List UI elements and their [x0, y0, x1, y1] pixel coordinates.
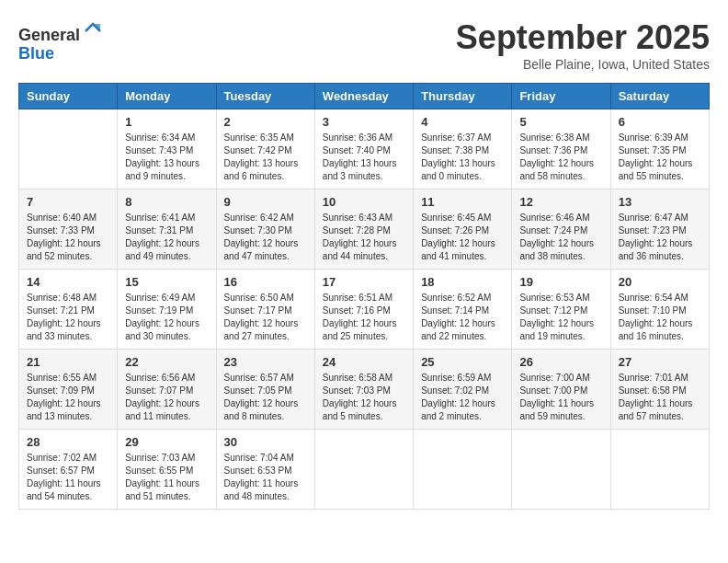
logo-icon [82, 18, 104, 40]
day-number: 28 [27, 435, 109, 449]
day-info: Sunrise: 6:41 AM Sunset: 7:31 PM Dayligh… [125, 212, 208, 263]
day-number: 1 [125, 115, 208, 129]
calendar-week-row: 1Sunrise: 6:34 AM Sunset: 7:43 PM Daylig… [19, 109, 710, 190]
calendar-cell: 21Sunrise: 6:55 AM Sunset: 7:09 PM Dayli… [19, 350, 118, 430]
calendar-cell: 10Sunrise: 6:43 AM Sunset: 7:28 PM Dayli… [314, 190, 413, 270]
day-number: 5 [519, 115, 602, 129]
day-header-monday: Monday [118, 84, 216, 109]
logo-general: General [18, 26, 80, 44]
day-info: Sunrise: 7:04 AM Sunset: 6:53 PM Dayligh… [224, 452, 307, 503]
day-info: Sunrise: 6:45 AM Sunset: 7:26 PM Dayligh… [421, 212, 504, 263]
day-number: 21 [27, 355, 109, 369]
day-number: 27 [619, 355, 701, 369]
day-info: Sunrise: 7:02 AM Sunset: 6:57 PM Dayligh… [27, 452, 109, 503]
day-info: Sunrise: 6:54 AM Sunset: 7:10 PM Dayligh… [619, 292, 701, 343]
month-title: September 2025 [456, 18, 710, 57]
day-info: Sunrise: 6:40 AM Sunset: 7:33 PM Dayligh… [27, 212, 109, 263]
calendar-week-row: 14Sunrise: 6:48 AM Sunset: 7:21 PM Dayli… [19, 270, 710, 350]
day-info: Sunrise: 6:47 AM Sunset: 7:23 PM Dayligh… [619, 212, 701, 263]
day-number: 15 [125, 275, 208, 289]
day-number: 8 [125, 195, 208, 209]
calendar-cell: 20Sunrise: 6:54 AM Sunset: 7:10 PM Dayli… [610, 270, 709, 350]
day-info: Sunrise: 7:01 AM Sunset: 6:58 PM Dayligh… [619, 372, 701, 423]
calendar-cell: 27Sunrise: 7:01 AM Sunset: 6:58 PM Dayli… [610, 350, 709, 430]
day-info: Sunrise: 6:58 AM Sunset: 7:03 PM Dayligh… [323, 372, 405, 423]
day-number: 9 [224, 195, 307, 209]
calendar-header-row: SundayMondayTuesdayWednesdayThursdayFrid… [19, 84, 710, 109]
day-number: 25 [421, 355, 504, 369]
day-info: Sunrise: 7:03 AM Sunset: 6:55 PM Dayligh… [125, 452, 208, 503]
calendar-cell: 22Sunrise: 6:56 AM Sunset: 7:07 PM Dayli… [118, 350, 216, 430]
day-info: Sunrise: 6:51 AM Sunset: 7:16 PM Dayligh… [323, 292, 405, 343]
calendar-cell: 18Sunrise: 6:52 AM Sunset: 7:14 PM Dayli… [414, 270, 512, 350]
day-info: Sunrise: 6:57 AM Sunset: 7:05 PM Dayligh… [224, 372, 307, 423]
calendar-cell [19, 109, 118, 190]
calendar-cell: 11Sunrise: 6:45 AM Sunset: 7:26 PM Dayli… [414, 190, 512, 270]
day-number: 12 [519, 195, 602, 209]
day-number: 11 [421, 195, 504, 209]
day-info: Sunrise: 7:00 AM Sunset: 7:00 PM Dayligh… [519, 372, 602, 423]
day-header-wednesday: Wednesday [314, 84, 413, 109]
calendar-cell: 14Sunrise: 6:48 AM Sunset: 7:21 PM Dayli… [19, 270, 118, 350]
day-info: Sunrise: 6:49 AM Sunset: 7:19 PM Dayligh… [125, 292, 208, 343]
day-header-thursday: Thursday [414, 84, 512, 109]
calendar-cell [414, 430, 512, 510]
day-number: 23 [224, 355, 307, 369]
calendar-cell [314, 430, 413, 510]
calendar-cell: 13Sunrise: 6:47 AM Sunset: 7:23 PM Dayli… [610, 190, 709, 270]
calendar-table: SundayMondayTuesdayWednesdayThursdayFrid… [18, 83, 710, 510]
calendar-cell: 9Sunrise: 6:42 AM Sunset: 7:30 PM Daylig… [216, 190, 314, 270]
day-info: Sunrise: 6:34 AM Sunset: 7:43 PM Dayligh… [125, 132, 208, 183]
day-number: 20 [619, 275, 701, 289]
day-info: Sunrise: 6:35 AM Sunset: 7:42 PM Dayligh… [224, 132, 307, 183]
day-number: 10 [323, 195, 405, 209]
day-number: 13 [619, 195, 701, 209]
calendar-cell: 30Sunrise: 7:04 AM Sunset: 6:53 PM Dayli… [216, 430, 314, 510]
calendar-cell: 6Sunrise: 6:39 AM Sunset: 7:35 PM Daylig… [610, 109, 709, 190]
day-number: 19 [519, 275, 602, 289]
calendar-cell: 23Sunrise: 6:57 AM Sunset: 7:05 PM Dayli… [216, 350, 314, 430]
day-info: Sunrise: 6:39 AM Sunset: 7:35 PM Dayligh… [619, 132, 701, 183]
day-number: 26 [519, 355, 602, 369]
calendar-cell: 1Sunrise: 6:34 AM Sunset: 7:43 PM Daylig… [118, 109, 216, 190]
day-info: Sunrise: 6:52 AM Sunset: 7:14 PM Dayligh… [421, 292, 504, 343]
calendar-cell: 25Sunrise: 6:59 AM Sunset: 7:02 PM Dayli… [414, 350, 512, 430]
day-number: 2 [224, 115, 307, 129]
day-number: 30 [224, 435, 307, 449]
day-number: 29 [125, 435, 208, 449]
calendar-cell: 7Sunrise: 6:40 AM Sunset: 7:33 PM Daylig… [19, 190, 118, 270]
day-number: 17 [323, 275, 405, 289]
calendar-cell [512, 430, 610, 510]
day-info: Sunrise: 6:42 AM Sunset: 7:30 PM Dayligh… [224, 212, 307, 263]
calendar-cell: 17Sunrise: 6:51 AM Sunset: 7:16 PM Dayli… [314, 270, 413, 350]
calendar-cell: 24Sunrise: 6:58 AM Sunset: 7:03 PM Dayli… [314, 350, 413, 430]
day-number: 6 [619, 115, 701, 129]
day-number: 3 [323, 115, 405, 129]
title-area: September 2025 Belle Plaine, Iowa, Unite… [456, 18, 710, 72]
calendar-cell: 29Sunrise: 7:03 AM Sunset: 6:55 PM Dayli… [118, 430, 216, 510]
location: Belle Plaine, Iowa, United States [456, 57, 710, 72]
calendar-cell: 5Sunrise: 6:38 AM Sunset: 7:36 PM Daylig… [512, 109, 610, 190]
day-info: Sunrise: 6:53 AM Sunset: 7:12 PM Dayligh… [519, 292, 602, 343]
day-number: 7 [27, 195, 109, 209]
calendar-cell: 8Sunrise: 6:41 AM Sunset: 7:31 PM Daylig… [118, 190, 216, 270]
day-info: Sunrise: 6:43 AM Sunset: 7:28 PM Dayligh… [323, 212, 405, 263]
calendar-cell [610, 430, 709, 510]
calendar-cell: 2Sunrise: 6:35 AM Sunset: 7:42 PM Daylig… [216, 109, 314, 190]
calendar-cell: 26Sunrise: 7:00 AM Sunset: 7:00 PM Dayli… [512, 350, 610, 430]
calendar-cell: 28Sunrise: 7:02 AM Sunset: 6:57 PM Dayli… [19, 430, 118, 510]
day-info: Sunrise: 6:50 AM Sunset: 7:17 PM Dayligh… [224, 292, 307, 343]
calendar-cell: 12Sunrise: 6:46 AM Sunset: 7:24 PM Dayli… [512, 190, 610, 270]
day-info: Sunrise: 6:46 AM Sunset: 7:24 PM Dayligh… [519, 212, 602, 263]
day-info: Sunrise: 6:38 AM Sunset: 7:36 PM Dayligh… [519, 132, 602, 183]
calendar-week-row: 28Sunrise: 7:02 AM Sunset: 6:57 PM Dayli… [19, 430, 710, 510]
day-number: 18 [421, 275, 504, 289]
day-header-sunday: Sunday [19, 84, 118, 109]
day-number: 22 [125, 355, 208, 369]
day-info: Sunrise: 6:36 AM Sunset: 7:40 PM Dayligh… [323, 132, 405, 183]
day-info: Sunrise: 6:55 AM Sunset: 7:09 PM Dayligh… [27, 372, 109, 423]
day-number: 4 [421, 115, 504, 129]
day-info: Sunrise: 6:37 AM Sunset: 7:38 PM Dayligh… [421, 132, 504, 183]
day-header-saturday: Saturday [610, 84, 709, 109]
calendar-week-row: 21Sunrise: 6:55 AM Sunset: 7:09 PM Dayli… [19, 350, 710, 430]
